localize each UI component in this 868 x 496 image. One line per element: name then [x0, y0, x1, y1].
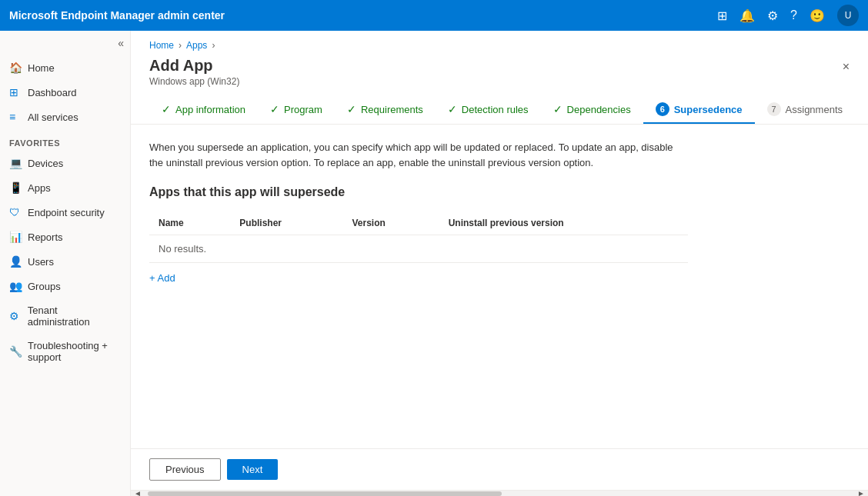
section-title: Apps that this app will supersede — [149, 185, 850, 199]
panel-title-row: Add App Windows app (Win32) × — [149, 57, 850, 87]
dashboard-icon: ⊞ — [9, 86, 22, 98]
wizard-step-app-info[interactable]: ✓ App information — [149, 97, 258, 123]
panel-title: Add App — [149, 57, 239, 75]
sidebar-item-all-services[interactable]: ≡ All services — [0, 105, 130, 129]
tenant-admin-icon: ⚙ — [9, 310, 22, 322]
sidebar-item-apps-label: Apps — [28, 182, 51, 194]
sidebar-item-endpoint-security[interactable]: 🛡 Endpoint security — [0, 200, 130, 225]
endpoint-security-icon: 🛡 — [9, 206, 22, 218]
panel-body: When you supersede an application, you c… — [131, 125, 868, 448]
col-version: Version — [343, 211, 439, 235]
step-label-assignments: Assignments — [786, 104, 843, 115]
scrollbar-thumb[interactable] — [148, 491, 502, 496]
info-text: When you supersede an application, you c… — [149, 140, 688, 170]
sidebar-item-troubleshooting[interactable]: 🔧 Troubleshooting + support — [0, 334, 130, 369]
wizard-steps: ✓ App information ✓ Program ✓ Requiremen… — [149, 87, 850, 124]
no-results-text: No results. — [149, 235, 688, 263]
troubleshooting-icon: 🔧 — [9, 345, 22, 358]
sidebar-item-reports-label: Reports — [28, 231, 63, 243]
panel-footer: Previous Next — [131, 448, 868, 490]
step-label-detection-rules: Detection rules — [462, 104, 529, 115]
app-title: Microsoft Endpoint Manager admin center — [9, 9, 717, 22]
panel-subtitle: Windows app (Win32) — [149, 76, 239, 87]
previous-button[interactable]: Previous — [149, 458, 221, 481]
step-num-assignments: 7 — [767, 102, 781, 116]
sidebar-item-groups[interactable]: 👥 Groups — [0, 274, 130, 298]
sidebar-item-dashboard[interactable]: ⊞ Dashboard — [0, 80, 130, 105]
groups-icon: 👥 — [9, 280, 22, 292]
sidebar-item-home-label: Home — [28, 62, 55, 74]
avatar[interactable]: U — [837, 5, 859, 26]
breadcrumb-apps[interactable]: Apps — [186, 40, 207, 51]
topbar-actions: ⊞ 🔔 ⚙ ? 🙂 U — [717, 5, 859, 26]
sidebar: « 🏠 Home ⊞ Dashboard ≡ All services FAVO… — [0, 31, 131, 496]
wizard-step-program[interactable]: ✓ Program — [258, 97, 335, 123]
breadcrumb-home[interactable]: Home — [149, 40, 174, 51]
step-label-supersedence: Supersedence — [674, 104, 743, 115]
breadcrumb: Home › Apps › — [149, 40, 850, 51]
gear-icon[interactable]: ⚙ — [767, 8, 778, 23]
close-button[interactable]: × — [843, 60, 850, 74]
all-services-icon: ≡ — [9, 111, 22, 123]
sidebar-item-reports[interactable]: 📊 Reports — [0, 225, 130, 249]
main-layout: « 🏠 Home ⊞ Dashboard ≡ All services FAVO… — [0, 31, 868, 496]
wizard-step-assignments[interactable]: 7 Assignments — [755, 96, 850, 124]
sidebar-item-tenant-admin-label: Tenant administration — [28, 305, 121, 328]
reports-icon: 📊 — [9, 231, 22, 243]
breadcrumb-sep-2: › — [212, 40, 215, 51]
favorites-label: FAVORITES — [0, 129, 130, 151]
wizard-step-detection-rules[interactable]: ✓ Detection rules — [436, 97, 541, 123]
col-uninstall: Uninstall previous version — [439, 211, 688, 235]
question-icon[interactable]: ? — [790, 8, 797, 22]
home-icon: 🏠 — [9, 62, 22, 74]
step-label-program: Program — [284, 104, 322, 115]
sidebar-item-groups-label: Groups — [28, 281, 61, 292]
sidebar-item-home[interactable]: 🏠 Home — [0, 55, 130, 80]
panel-header: Home › Apps › Add App Windows app (Win32… — [131, 31, 868, 125]
scrollbar-area: ◄ ► — [131, 490, 868, 496]
sidebar-item-users-label: Users — [28, 256, 54, 268]
step-check-requirements: ✓ — [347, 103, 356, 115]
sidebar-item-troubleshooting-label: Troubleshooting + support — [28, 340, 121, 363]
collapse-button[interactable]: « — [118, 37, 124, 49]
col-publisher: Publisher — [230, 211, 342, 235]
next-button[interactable]: Next — [227, 459, 279, 480]
sidebar-collapse: « — [0, 31, 130, 55]
col-name: Name — [149, 211, 230, 235]
no-results-row: No results. — [149, 235, 688, 263]
wizard-step-supersedence[interactable]: 6 Supersedence — [643, 96, 755, 124]
apps-icon: 📱 — [9, 181, 22, 194]
devices-icon: 💻 — [9, 157, 22, 169]
sidebar-item-apps[interactable]: 📱 Apps — [0, 175, 130, 200]
step-check-program: ✓ — [270, 103, 279, 115]
sidebar-item-tenant-admin[interactable]: ⚙ Tenant administration — [0, 298, 130, 334]
add-link[interactable]: + Add — [149, 272, 175, 284]
apps-table: Name Publisher Version Uninstall previou… — [149, 211, 688, 263]
step-check-detection-rules: ✓ — [448, 103, 457, 115]
smiley-icon[interactable]: 🙂 — [810, 8, 825, 23]
step-label-app-info: App information — [175, 104, 245, 115]
step-num-supersedence: 6 — [656, 102, 669, 116]
step-label-requirements: Requirements — [361, 104, 423, 115]
users-icon: 👤 — [9, 255, 22, 268]
wizard-step-requirements[interactable]: ✓ Requirements — [335, 97, 436, 123]
sidebar-item-users[interactable]: 👤 Users — [0, 249, 130, 274]
sidebar-item-all-services-label: All services — [28, 112, 78, 123]
sidebar-item-devices[interactable]: 💻 Devices — [0, 151, 130, 175]
step-check-app-info: ✓ — [162, 103, 171, 115]
sidebar-item-devices-label: Devices — [28, 158, 63, 169]
bell-icon[interactable]: 🔔 — [739, 8, 755, 23]
sidebar-item-endpoint-security-label: Endpoint security — [28, 207, 105, 218]
content-area: Home › Apps › Add App Windows app (Win32… — [131, 31, 868, 496]
step-check-dependencies: ✓ — [553, 103, 563, 115]
grid-icon[interactable]: ⊞ — [717, 8, 727, 23]
sidebar-item-dashboard-label: Dashboard — [28, 87, 77, 98]
step-label-dependencies: Dependencies — [567, 104, 631, 115]
wizard-step-dependencies[interactable]: ✓ Dependencies — [541, 97, 643, 123]
topbar: Microsoft Endpoint Manager admin center … — [0, 0, 868, 31]
breadcrumb-sep-1: › — [179, 40, 182, 51]
